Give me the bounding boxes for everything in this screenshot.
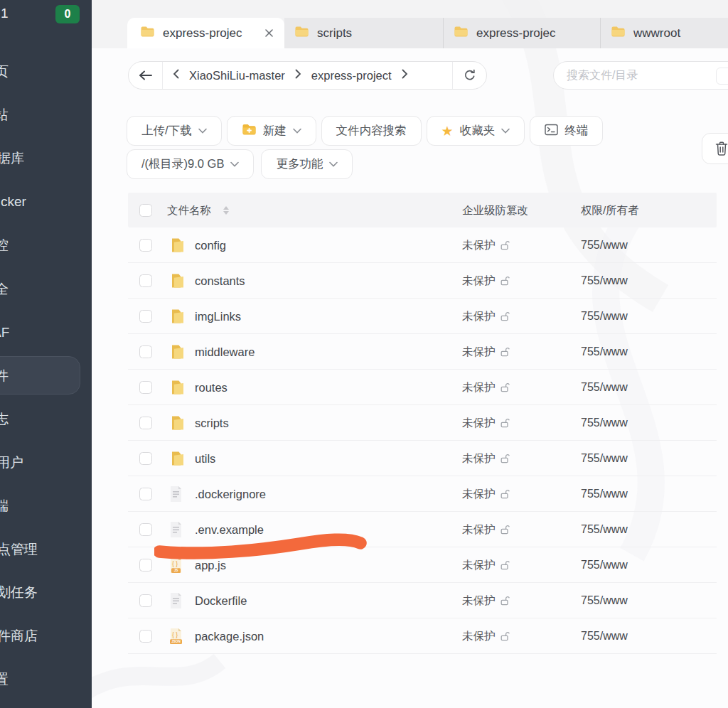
- sidebar-item-logs[interactable]: 志: [0, 411, 9, 428]
- permission-owner[interactable]: 755/www: [581, 559, 628, 572]
- file-row-app-js[interactable]: { } JSapp.js未保护 755/www: [128, 547, 717, 583]
- row-checkbox[interactable]: [139, 310, 152, 323]
- row-checkbox[interactable]: [139, 239, 152, 252]
- row-checkbox[interactable]: [139, 488, 152, 500]
- tamper-status[interactable]: 未保护: [462, 593, 510, 608]
- file-name[interactable]: middleware: [195, 345, 255, 358]
- row-checkbox[interactable]: [139, 274, 152, 287]
- file-row-utils[interactable]: utils未保护 755/www: [128, 441, 717, 476]
- file-row-dockerignore[interactable]: .dockerignore未保护 755/www: [128, 476, 717, 512]
- tamper-status[interactable]: 未保护: [462, 451, 510, 466]
- tamper-status[interactable]: 未保护: [462, 273, 510, 288]
- sidebar-item-database[interactable]: 据库: [0, 150, 24, 167]
- permission-owner[interactable]: 755/www: [581, 310, 628, 323]
- tamper-status[interactable]: 未保护: [462, 237, 510, 252]
- sidebar-item-cron-tasks[interactable]: 划任务: [0, 584, 38, 601]
- column-header-filename[interactable]: 文件名称: [167, 203, 211, 218]
- sidebar-item-docker[interactable]: cker: [1, 193, 26, 210]
- sidebar-item-files[interactable]: 件: [0, 368, 9, 385]
- permission-owner[interactable]: 755/www: [581, 452, 628, 465]
- recycle-bin-button[interactable]: [702, 133, 728, 164]
- row-checkbox[interactable]: [139, 417, 152, 429]
- file-name[interactable]: package.json: [195, 629, 264, 643]
- chevron-left-icon[interactable]: [173, 69, 179, 82]
- permission-owner[interactable]: 755/www: [581, 381, 628, 394]
- file-name[interactable]: utils: [195, 451, 215, 465]
- sidebar-item-settings[interactable]: 置: [0, 671, 9, 688]
- terminal-button[interactable]: 终端: [530, 116, 603, 146]
- file-content-search-button[interactable]: 文件内容搜索: [321, 116, 422, 146]
- file-name[interactable]: app.js: [195, 558, 226, 572]
- permission-owner[interactable]: 755/www: [581, 274, 628, 287]
- file-row-Dockerfile[interactable]: Dockerfile未保护 755/www: [128, 583, 717, 618]
- tamper-status[interactable]: 未保护: [462, 557, 510, 572]
- close-icon[interactable]: [264, 28, 274, 41]
- row-checkbox[interactable]: [139, 452, 152, 465]
- new-button[interactable]: 新建: [227, 116, 316, 146]
- tamper-status[interactable]: 未保护: [462, 380, 510, 395]
- chevron-right-icon[interactable]: [402, 69, 408, 82]
- disk-path-button[interactable]: /(根目录)9.0 GB: [127, 149, 254, 179]
- permission-owner[interactable]: 755/www: [581, 594, 628, 607]
- row-checkbox[interactable]: [139, 381, 152, 394]
- file-name[interactable]: imgLinks: [195, 309, 241, 323]
- tamper-status[interactable]: 未保护: [462, 522, 510, 537]
- search-input[interactable]: [567, 69, 702, 82]
- file-name[interactable]: Dockerfile: [195, 594, 247, 607]
- tamper-status[interactable]: 未保护: [462, 344, 510, 359]
- row-checkbox[interactable]: [139, 345, 152, 358]
- back-button[interactable]: [129, 62, 163, 89]
- file-name[interactable]: config: [195, 238, 226, 252]
- sidebar-item-monitor[interactable]: 控: [0, 237, 9, 254]
- select-all-checkbox[interactable]: [139, 204, 152, 217]
- row-checkbox[interactable]: [139, 559, 152, 572]
- sidebar-item-security[interactable]: 全: [0, 281, 9, 298]
- file-row-package-json[interactable]: { } JSONpackage.json未保护 755/www: [128, 618, 717, 654]
- tab-scripts[interactable]: scripts: [284, 18, 444, 48]
- sidebar-item-website[interactable]: 站: [0, 107, 9, 124]
- permission-owner[interactable]: 755/www: [581, 630, 628, 643]
- upload-download-button[interactable]: 上传/下载: [127, 116, 222, 146]
- permission-owner[interactable]: 755/www: [581, 523, 628, 536]
- file-row-env-example[interactable]: .env.example未保护 755/www: [128, 512, 717, 547]
- sidebar-item-terminal[interactable]: 端: [0, 498, 9, 515]
- file-name[interactable]: .env.example: [195, 522, 264, 536]
- sort-icon[interactable]: [223, 206, 229, 215]
- breadcrumb-parent-dir[interactable]: XiaoShiLiu-master: [189, 69, 285, 82]
- sidebar-item-users[interactable]: 用户: [0, 454, 23, 471]
- row-checkbox[interactable]: [139, 523, 152, 536]
- permission-owner[interactable]: 755/www: [581, 239, 628, 252]
- file-row-config[interactable]: config未保护 755/www: [128, 227, 717, 263]
- row-checkbox[interactable]: [139, 594, 152, 607]
- chevron-right-icon[interactable]: [295, 69, 301, 82]
- search-option-button[interactable]: [716, 68, 728, 85]
- file-row-imgLinks[interactable]: imgLinks未保护 755/www: [128, 299, 717, 334]
- tamper-status[interactable]: 未保护: [462, 628, 510, 643]
- permission-owner[interactable]: 755/www: [581, 488, 628, 500]
- tab-express-project-active[interactable]: express-projec: [127, 18, 284, 48]
- file-row-middleware[interactable]: middleware未保护 755/www: [128, 334, 717, 370]
- permission-owner[interactable]: 755/www: [581, 417, 628, 429]
- tamper-status[interactable]: 未保护: [462, 309, 510, 323]
- more-functions-button[interactable]: 更多功能: [261, 149, 353, 179]
- tamper-status[interactable]: 未保护: [462, 415, 510, 430]
- sidebar-item-app-store[interactable]: 件商店: [0, 628, 38, 645]
- notification-badge[interactable]: 0: [55, 5, 80, 23]
- tab-express-projec[interactable]: express-projec: [444, 18, 601, 48]
- file-name[interactable]: .dockerignore: [195, 487, 266, 500]
- refresh-button[interactable]: [452, 62, 486, 89]
- favorites-button[interactable]: ★ 收藏夹: [427, 116, 525, 146]
- file-name[interactable]: routes: [195, 380, 228, 394]
- breadcrumb-current-dir[interactable]: express-project: [311, 69, 392, 82]
- sidebar-item-node-management[interactable]: 点管理: [0, 541, 38, 558]
- file-row-routes[interactable]: routes未保护 755/www: [128, 370, 717, 405]
- row-checkbox[interactable]: [139, 630, 152, 643]
- permission-owner[interactable]: 755/www: [581, 345, 628, 358]
- sidebar-item-home[interactable]: 页: [0, 63, 9, 80]
- file-name[interactable]: scripts: [195, 416, 229, 429]
- tab-wwwroot[interactable]: wwwroot: [601, 18, 728, 48]
- tamper-status[interactable]: 未保护: [462, 486, 510, 501]
- sidebar-item-waf[interactable]: AF: [0, 324, 9, 341]
- file-name[interactable]: constants: [195, 274, 245, 287]
- file-row-constants[interactable]: constants未保护 755/www: [128, 263, 717, 299]
